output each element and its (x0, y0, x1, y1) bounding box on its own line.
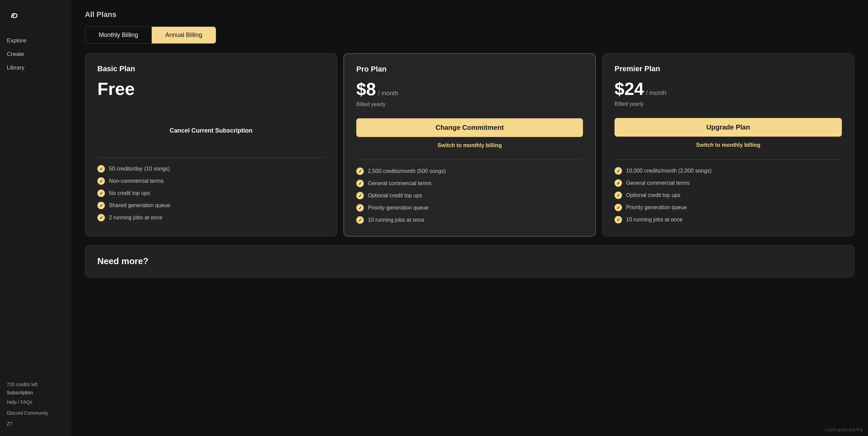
sidebar: Explore Create Library 720 credits left … (0, 0, 71, 436)
discord-link[interactable]: Discord Community (7, 409, 64, 417)
check-icon: ✓ (356, 192, 364, 199)
basic-plan-card: Basic Plan Free Cancel Current Subscript… (85, 53, 337, 237)
list-item: ✓ Optional credit top ups (615, 192, 842, 199)
premier-plan-name: Premier Plan (615, 64, 842, 73)
billing-toggle: Monthly Billing Annual Billing (85, 26, 216, 44)
basic-feature-list: ✓ 50 credits/day (10 songs) ✓ Non-commer… (97, 165, 325, 221)
list-item: ✓ Priority generation queue (356, 204, 583, 212)
upgrade-plan-button[interactable]: Upgrade Plan (615, 118, 842, 137)
check-icon: ✓ (356, 180, 364, 187)
check-icon: ✓ (97, 214, 105, 221)
pro-plan-card: Pro Plan $8 / month Billed yearly Change… (343, 53, 596, 237)
main-content: All Plans Monthly Billing Annual Billing… (71, 0, 868, 436)
premier-billed-yearly: Billed yearly (615, 101, 842, 107)
sidebar-item-create[interactable]: Create (7, 47, 64, 61)
sidebar-nav: Explore Create Library (7, 34, 64, 75)
check-icon: ✓ (356, 167, 364, 175)
pro-plan-name: Pro Plan (356, 65, 583, 74)
check-icon: ✓ (97, 190, 105, 197)
basic-price-row: Free (97, 79, 325, 99)
list-item: ✓ Shared generation queue (97, 202, 325, 209)
premier-plan-price-unit: / month (646, 90, 666, 97)
pro-switch-billing-button[interactable]: Switch to monthly billing (356, 140, 583, 151)
premier-price-row: $24 / month (615, 79, 842, 99)
premier-plan-card: Premier Plan $24 / month Billed yearly U… (602, 53, 854, 237)
page-title: All Plans (85, 10, 854, 19)
check-icon: ✓ (615, 167, 622, 175)
check-icon: ✓ (615, 216, 622, 223)
credits-display: 720 credits left (7, 382, 64, 387)
list-item: ✓ Priority generation queue (615, 204, 842, 211)
check-icon: ✓ (615, 179, 622, 187)
sidebar-item-library[interactable]: Library (7, 61, 64, 75)
list-item: ✓ 2 running jobs at once (97, 214, 325, 221)
pro-feature-list: ✓ 2,500 credits/month (500 songs) ✓ Gene… (356, 167, 583, 224)
pro-divider (356, 160, 583, 160)
monthly-billing-tab[interactable]: Monthly Billing (85, 27, 152, 43)
attribution: CSDN @秋叶条的琴音 (826, 428, 863, 433)
list-item: ✓ 10 running jobs at once (615, 216, 842, 223)
list-item: ✓ 10,000 credits/month (2,000 songs) (615, 167, 842, 175)
change-commitment-button[interactable]: Change Commitment (356, 118, 583, 137)
basic-divider (97, 157, 325, 158)
need-more-title: Need more? (97, 256, 842, 266)
list-item: ✓ Optional credit top ups (356, 192, 583, 199)
check-icon: ✓ (97, 202, 105, 209)
premier-plan-price: $24 (615, 79, 644, 99)
pro-billed-yearly: Billed yearly (356, 101, 583, 107)
pro-plan-price: $8 (356, 79, 376, 99)
list-item: ✓ General commercial terms (356, 180, 583, 187)
plans-grid: Basic Plan Free Cancel Current Subscript… (85, 53, 854, 237)
annual-billing-tab[interactable]: Annual Billing (152, 27, 216, 43)
list-item: ✓ Non-commercial terms (97, 177, 325, 185)
list-item: ✓ No credit top ups (97, 190, 325, 197)
subscription-link[interactable]: Subscription (7, 390, 64, 395)
pro-price-row: $8 / month (356, 79, 583, 99)
check-icon: ✓ (356, 216, 364, 224)
list-item: ✓ 50 credits/day (10 songs) (97, 165, 325, 173)
list-item: ✓ 10 running jobs at once (356, 216, 583, 224)
basic-plan-name: Basic Plan (97, 64, 325, 73)
cancel-subscription-button[interactable]: Cancel Current Subscription (97, 122, 325, 140)
premier-divider (615, 159, 842, 160)
pro-cta-area: Change Commitment Switch to monthly bill… (356, 116, 583, 153)
pro-plan-price-unit: / month (378, 90, 398, 97)
svg-point-0 (7, 8, 22, 23)
check-icon: ✓ (615, 192, 622, 199)
list-item: ✓ General commercial terms (615, 179, 842, 187)
check-icon: ✓ (615, 204, 622, 211)
logo[interactable] (7, 8, 22, 23)
check-icon: ✓ (97, 165, 105, 173)
help-link[interactable]: Help / FAQs (7, 398, 64, 406)
premier-feature-list: ✓ 10,000 credits/month (2,000 songs) ✓ G… (615, 167, 842, 223)
need-more-card: Need more? (85, 245, 854, 278)
sidebar-item-explore[interactable]: Explore (7, 34, 64, 47)
sidebar-bottom: 720 credits left Subscription Help / FAQ… (7, 382, 64, 428)
check-icon: ✓ (97, 177, 105, 185)
basic-cta-area: Cancel Current Subscription (97, 113, 325, 151)
premier-cta-area: Upgrade Plan Switch to monthly billing (615, 115, 842, 153)
basic-plan-price: Free (97, 79, 135, 99)
check-icon: ✓ (356, 204, 364, 212)
avatar: ZT (7, 420, 64, 428)
list-item: ✓ 2,500 credits/month (500 songs) (356, 167, 583, 175)
premier-switch-billing-button[interactable]: Switch to monthly billing (615, 140, 842, 150)
